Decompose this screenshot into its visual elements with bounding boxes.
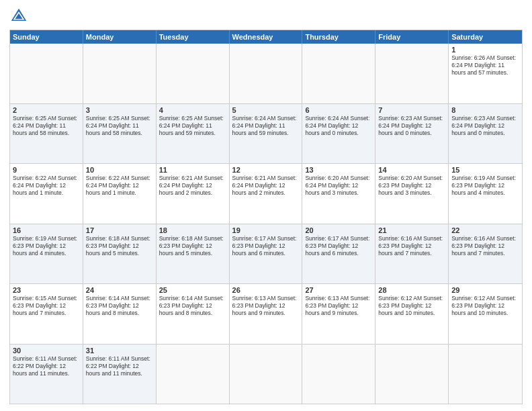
- day-cell-11: 11Sunrise: 6:21 AM Sunset: 6:24 PM Dayli…: [157, 164, 230, 224]
- day-cell-empty: [230, 44, 303, 103]
- day-number: 15: [451, 166, 519, 174]
- day-cell-16: 16Sunrise: 6:19 AM Sunset: 6:23 PM Dayli…: [10, 224, 83, 284]
- day-cell-27: 27Sunrise: 6:13 AM Sunset: 6:23 PM Dayli…: [302, 284, 375, 344]
- weeks: 1Sunrise: 6:26 AM Sunset: 6:24 PM Daylig…: [10, 44, 522, 404]
- day-info: Sunrise: 6:18 AM Sunset: 6:23 PM Dayligh…: [86, 235, 153, 257]
- day-info: Sunrise: 6:17 AM Sunset: 6:23 PM Dayligh…: [305, 235, 372, 257]
- day-info: Sunrise: 6:12 AM Sunset: 6:23 PM Dayligh…: [451, 295, 519, 317]
- day-info: Sunrise: 6:12 AM Sunset: 6:23 PM Dayligh…: [378, 295, 445, 317]
- day-number: 28: [378, 286, 445, 294]
- day-number: 3: [86, 106, 153, 114]
- day-cell-empty: [375, 345, 449, 404]
- day-cell-8: 8Sunrise: 6:23 AM Sunset: 6:24 PM Daylig…: [449, 104, 522, 164]
- week-2: 2Sunrise: 6:25 AM Sunset: 6:24 PM Daylig…: [10, 103, 522, 164]
- day-number: 20: [305, 226, 372, 234]
- day-info: Sunrise: 6:14 AM Sunset: 6:23 PM Dayligh…: [86, 295, 153, 317]
- day-headers: SundayMondayTuesdayWednesdayThursdayFrid…: [10, 30, 522, 44]
- day-info: Sunrise: 6:11 AM Sunset: 6:22 PM Dayligh…: [86, 355, 153, 377]
- day-info: Sunrise: 6:14 AM Sunset: 6:23 PM Dayligh…: [159, 295, 226, 317]
- day-cell-empty: [302, 345, 375, 404]
- day-cell-empty: [10, 44, 83, 103]
- day-info: Sunrise: 6:22 AM Sunset: 6:24 PM Dayligh…: [13, 175, 80, 197]
- day-cell-22: 22Sunrise: 6:16 AM Sunset: 6:23 PM Dayli…: [449, 224, 522, 284]
- day-header-sunday: Sunday: [10, 30, 83, 44]
- week-6: 30Sunrise: 6:11 AM Sunset: 6:22 PM Dayli…: [10, 344, 522, 404]
- day-info: Sunrise: 6:19 AM Sunset: 6:23 PM Dayligh…: [451, 175, 519, 197]
- day-cell-26: 26Sunrise: 6:13 AM Sunset: 6:23 PM Dayli…: [230, 284, 303, 344]
- day-cell-7: 7Sunrise: 6:23 AM Sunset: 6:24 PM Daylig…: [375, 104, 449, 164]
- day-number: 7: [378, 106, 445, 114]
- day-cell-28: 28Sunrise: 6:12 AM Sunset: 6:23 PM Dayli…: [375, 284, 449, 344]
- day-cell-29: 29Sunrise: 6:12 AM Sunset: 6:23 PM Dayli…: [449, 284, 522, 344]
- day-info: Sunrise: 6:25 AM Sunset: 6:24 PM Dayligh…: [159, 115, 226, 137]
- day-header-wednesday: Wednesday: [230, 30, 303, 44]
- day-cell-empty: [449, 345, 522, 404]
- day-number: 17: [86, 226, 153, 234]
- header: [0, 0, 532, 30]
- day-cell-empty: [157, 44, 230, 103]
- day-number: 26: [232, 286, 300, 294]
- day-number: 23: [13, 286, 80, 294]
- day-number: 1: [451, 46, 519, 54]
- day-number: 11: [159, 166, 226, 174]
- day-info: Sunrise: 6:16 AM Sunset: 6:23 PM Dayligh…: [378, 235, 445, 257]
- day-info: Sunrise: 6:11 AM Sunset: 6:22 PM Dayligh…: [13, 355, 80, 377]
- day-number: 6: [305, 106, 372, 114]
- day-number: 10: [86, 166, 153, 174]
- day-cell-empty: [83, 44, 157, 103]
- day-info: Sunrise: 6:17 AM Sunset: 6:23 PM Dayligh…: [232, 235, 300, 257]
- day-number: 14: [378, 166, 445, 174]
- day-cell-31: 31Sunrise: 6:11 AM Sunset: 6:22 PM Dayli…: [83, 345, 157, 404]
- day-number: 24: [86, 286, 153, 294]
- day-cell-9: 9Sunrise: 6:22 AM Sunset: 6:24 PM Daylig…: [10, 164, 83, 224]
- day-info: Sunrise: 6:19 AM Sunset: 6:23 PM Dayligh…: [13, 235, 80, 257]
- day-info: Sunrise: 6:25 AM Sunset: 6:24 PM Dayligh…: [13, 115, 80, 137]
- calendar-page: SundayMondayTuesdayWednesdayThursdayFrid…: [0, 0, 532, 411]
- day-header-saturday: Saturday: [449, 30, 522, 44]
- day-cell-24: 24Sunrise: 6:14 AM Sunset: 6:23 PM Dayli…: [83, 284, 157, 344]
- day-number: 12: [232, 166, 300, 174]
- day-cell-empty: [157, 345, 230, 404]
- day-number: 16: [13, 226, 80, 234]
- day-cell-5: 5Sunrise: 6:24 AM Sunset: 6:24 PM Daylig…: [230, 104, 303, 164]
- day-cell-empty: [230, 345, 303, 404]
- day-number: 18: [159, 226, 226, 234]
- day-header-thursday: Thursday: [302, 30, 375, 44]
- day-number: 27: [305, 286, 372, 294]
- day-info: Sunrise: 6:16 AM Sunset: 6:23 PM Dayligh…: [451, 235, 519, 257]
- day-cell-6: 6Sunrise: 6:24 AM Sunset: 6:24 PM Daylig…: [302, 104, 375, 164]
- day-info: Sunrise: 6:15 AM Sunset: 6:23 PM Dayligh…: [13, 295, 80, 317]
- week-4: 16Sunrise: 6:19 AM Sunset: 6:23 PM Dayli…: [10, 224, 522, 284]
- day-info: Sunrise: 6:21 AM Sunset: 6:24 PM Dayligh…: [159, 175, 226, 197]
- day-info: Sunrise: 6:23 AM Sunset: 6:24 PM Dayligh…: [451, 115, 519, 137]
- day-header-tuesday: Tuesday: [157, 30, 230, 44]
- day-cell-17: 17Sunrise: 6:18 AM Sunset: 6:23 PM Dayli…: [83, 224, 157, 284]
- day-cell-18: 18Sunrise: 6:18 AM Sunset: 6:23 PM Dayli…: [157, 224, 230, 284]
- day-cell-empty: [375, 44, 449, 103]
- day-header-monday: Monday: [83, 30, 157, 44]
- day-cell-13: 13Sunrise: 6:20 AM Sunset: 6:24 PM Dayli…: [302, 164, 375, 224]
- day-cell-10: 10Sunrise: 6:22 AM Sunset: 6:24 PM Dayli…: [83, 164, 157, 224]
- day-cell-15: 15Sunrise: 6:19 AM Sunset: 6:23 PM Dayli…: [449, 164, 522, 224]
- day-cell-2: 2Sunrise: 6:25 AM Sunset: 6:24 PM Daylig…: [10, 104, 83, 164]
- day-cell-25: 25Sunrise: 6:14 AM Sunset: 6:23 PM Dayli…: [157, 284, 230, 344]
- day-info: Sunrise: 6:13 AM Sunset: 6:23 PM Dayligh…: [305, 295, 372, 317]
- day-cell-empty: [302, 44, 375, 103]
- day-number: 22: [451, 226, 519, 234]
- day-cell-3: 3Sunrise: 6:25 AM Sunset: 6:24 PM Daylig…: [83, 104, 157, 164]
- day-number: 4: [159, 106, 226, 114]
- day-info: Sunrise: 6:22 AM Sunset: 6:24 PM Dayligh…: [86, 175, 153, 197]
- day-info: Sunrise: 6:23 AM Sunset: 6:24 PM Dayligh…: [378, 115, 445, 137]
- day-number: 21: [378, 226, 445, 234]
- day-number: 25: [159, 286, 226, 294]
- day-number: 30: [13, 347, 80, 355]
- logo-icon: [9, 7, 28, 26]
- day-info: Sunrise: 6:20 AM Sunset: 6:24 PM Dayligh…: [305, 175, 372, 197]
- day-number: 31: [86, 347, 153, 355]
- week-1: 1Sunrise: 6:26 AM Sunset: 6:24 PM Daylig…: [10, 44, 522, 103]
- day-cell-30: 30Sunrise: 6:11 AM Sunset: 6:22 PM Dayli…: [10, 345, 83, 404]
- day-info: Sunrise: 6:20 AM Sunset: 6:23 PM Dayligh…: [378, 175, 445, 197]
- day-cell-14: 14Sunrise: 6:20 AM Sunset: 6:23 PM Dayli…: [375, 164, 449, 224]
- day-cell-20: 20Sunrise: 6:17 AM Sunset: 6:23 PM Dayli…: [302, 224, 375, 284]
- day-number: 8: [451, 106, 519, 114]
